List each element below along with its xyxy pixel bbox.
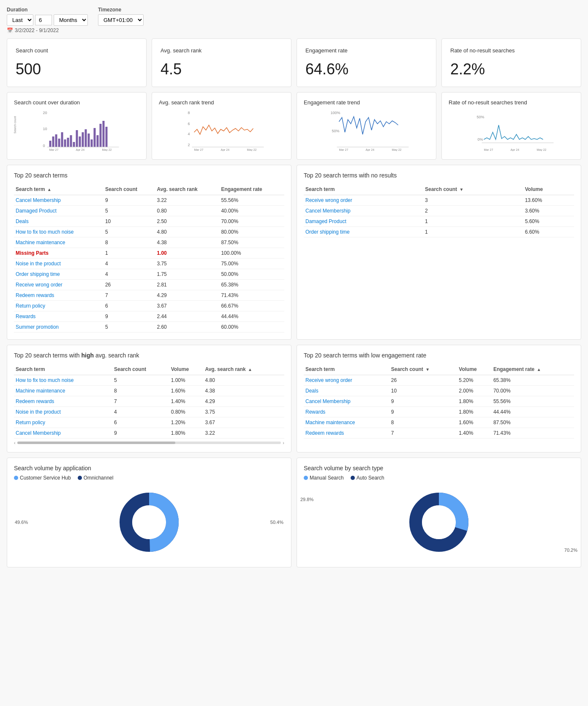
chart-search-count-title: Search count over duration xyxy=(14,99,139,106)
table-row: Machine maintenance 8 1.60% 4.38 xyxy=(14,386,284,396)
term-cell[interactable]: Order shipping time xyxy=(14,269,103,280)
term-cell[interactable]: Cancel Membership xyxy=(14,428,112,439)
col-hr-term[interactable]: Search term xyxy=(14,364,112,375)
term-cell[interactable]: Missing Parts xyxy=(14,248,103,259)
engagement-cell: 87.50% xyxy=(492,417,574,428)
svg-text:0%: 0% xyxy=(478,137,483,142)
svg-text:100%: 100% xyxy=(331,111,340,115)
svg-rect-14 xyxy=(79,136,81,147)
col-nr-volume[interactable]: Volume xyxy=(523,184,574,195)
table-row: Deals 10 2.00% 70.00% xyxy=(304,386,574,396)
duration-number-input[interactable] xyxy=(35,15,52,25)
term-cell[interactable]: Redeem rewards xyxy=(14,396,112,407)
engagement-cell: 66.67% xyxy=(219,301,284,311)
rank-cell: 3.22 xyxy=(155,195,219,206)
svg-text:Mar 27: Mar 27 xyxy=(339,148,348,151)
scroll-right-arrow[interactable]: › xyxy=(283,440,284,445)
term-cell[interactable]: Cancel Membership xyxy=(304,396,389,407)
term-cell[interactable]: Deals xyxy=(304,386,389,396)
timezone-select[interactable]: GMT+01:00 GMT+00:00 GMT-05:00 xyxy=(98,14,144,26)
col-hr-rank[interactable]: Avg. search rank ▲ xyxy=(203,364,284,375)
col-avg-rank[interactable]: Avg. search rank xyxy=(155,184,219,195)
svg-text:May 22: May 22 xyxy=(537,148,547,151)
table-row: Cancel Membership 9 3.22 55.56% xyxy=(14,195,284,206)
count-cell: 5 xyxy=(103,227,155,237)
col-le-volume[interactable]: Volume xyxy=(457,364,492,375)
bar-chart-svg: Search count 20 10 0 xyxy=(14,109,139,151)
term-cell[interactable]: Return policy xyxy=(14,301,103,311)
col-engagement[interactable]: Engagement rate xyxy=(219,184,284,195)
scroll-left-arrow[interactable]: ‹ xyxy=(14,440,16,445)
term-cell[interactable]: Redeem rewards xyxy=(304,428,389,439)
col-hr-volume[interactable]: Volume xyxy=(169,364,204,375)
svg-text:10: 10 xyxy=(43,127,47,131)
table-row: Damaged Product 1 5.60% xyxy=(304,216,574,227)
col-le-term[interactable]: Search term xyxy=(304,364,389,375)
term-cell[interactable]: Machine maintenance xyxy=(14,386,112,396)
metric-no-result-rate-value: 2.2% xyxy=(450,60,485,78)
legend-label-manual: Manual Search xyxy=(310,475,344,481)
term-cell[interactable]: How to fix too much noise xyxy=(14,375,112,386)
term-cell[interactable]: Return policy xyxy=(14,417,112,428)
svg-rect-9 xyxy=(64,139,66,147)
table-row: Redeem rewards 7 1.40% 71.43% xyxy=(304,428,574,439)
count-cell: 2 xyxy=(423,206,523,216)
last-select[interactable]: Last xyxy=(7,14,33,26)
col-search-count[interactable]: Search count xyxy=(103,184,155,195)
engagement-cell: 40.00% xyxy=(219,206,284,216)
col-hr-count[interactable]: Search count xyxy=(112,364,169,375)
rank-cell: 4.80 xyxy=(203,375,284,386)
charts-grid: Search count over duration Search count … xyxy=(7,92,581,160)
term-cell[interactable]: Noise in the product xyxy=(14,259,103,269)
col-le-engagement[interactable]: Engagement rate ▲ xyxy=(492,364,574,375)
table-row: Redeem rewards 7 4.29 71.43% xyxy=(14,290,284,301)
count-cell: 9 xyxy=(103,311,155,322)
count-cell: 3 xyxy=(423,195,523,206)
count-cell: 5 xyxy=(103,322,155,333)
term-cell[interactable]: Deals xyxy=(14,216,103,227)
term-cell[interactable]: Cancel Membership xyxy=(304,206,423,216)
table-row: How to fix too much noise 5 1.00% 4.80 xyxy=(14,375,284,386)
volume-cell: 0.80% xyxy=(169,407,204,417)
rank-cell: 4.29 xyxy=(203,396,284,407)
term-cell[interactable]: Noise in the product xyxy=(14,407,112,417)
term-cell[interactable]: Damaged Product xyxy=(14,206,103,216)
term-cell[interactable]: Receive wrong order xyxy=(304,375,389,386)
col-search-term[interactable]: Search term ▲ xyxy=(14,184,103,195)
low-engagement-title: Top 20 search terms with low engagement … xyxy=(304,352,574,359)
term-cell[interactable]: Order shipping time xyxy=(304,227,423,237)
term-cell[interactable]: Rewards xyxy=(14,311,103,322)
term-cell[interactable]: Cancel Membership xyxy=(14,195,103,206)
term-cell[interactable]: Summer promotion xyxy=(14,322,103,333)
term-cell[interactable]: How to fix too much noise xyxy=(14,227,103,237)
count-cell: 1 xyxy=(423,227,523,237)
col-le-count[interactable]: Search count ▼ xyxy=(389,364,457,375)
metric-search-count-title: Search count xyxy=(16,47,48,54)
donut-app-label-right: 50.4% xyxy=(270,520,283,525)
svg-rect-11 xyxy=(70,135,72,147)
rank-cell: 1.00 xyxy=(155,248,219,259)
donut-type-card: Search volume by search type Manual Sear… xyxy=(297,458,581,567)
col-nr-count[interactable]: Search count ▼ xyxy=(423,184,523,195)
volume-cell: 1.40% xyxy=(169,396,204,407)
term-cell[interactable]: Rewards xyxy=(304,407,389,417)
term-cell[interactable]: Receive wrong order xyxy=(304,195,423,206)
rank-cell: 3.75 xyxy=(203,407,284,417)
months-select[interactable]: Months Days Weeks xyxy=(54,14,88,26)
svg-rect-8 xyxy=(61,132,63,147)
term-cell[interactable]: Machine maintenance xyxy=(14,237,103,248)
term-cell[interactable]: Machine maintenance xyxy=(304,417,389,428)
term-cell[interactable]: Redeem rewards xyxy=(14,290,103,301)
volume-cell: 1.40% xyxy=(457,428,492,439)
term-cell[interactable]: Damaged Product xyxy=(304,216,423,227)
metric-avg-rank-title: Avg. search rank xyxy=(161,47,201,54)
high-rank-title: Top 20 search terms with high avg. searc… xyxy=(14,352,284,359)
rank-cell: 3.22 xyxy=(203,428,284,439)
svg-text:May 22: May 22 xyxy=(392,148,402,151)
term-cell[interactable]: Receive wrong order xyxy=(14,280,103,290)
donut-type-title: Search volume by search type xyxy=(304,465,574,472)
timezone-label: Timezone xyxy=(98,7,144,13)
count-cell: 4 xyxy=(112,407,169,417)
col-nr-search-term[interactable]: Search term xyxy=(304,184,423,195)
donut-type-legend: Manual Search Auto Search xyxy=(304,475,574,481)
